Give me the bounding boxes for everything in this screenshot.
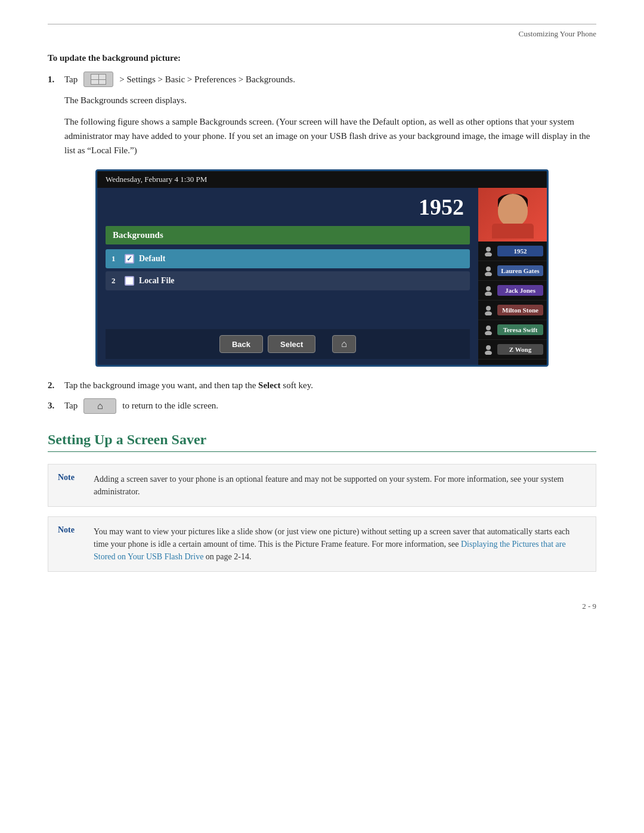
step1-number: 1. [48, 75, 58, 85]
step1-path: > Settings > Basic > Preferences > Backg… [119, 73, 295, 86]
sidebar-contact-wong[interactable]: Z Wong [478, 340, 547, 360]
avatar [492, 191, 534, 239]
note2-after: on page 2-14. [203, 552, 251, 561]
step1-description: The following figure shows a sample Back… [64, 114, 596, 157]
sidebar-contact-1952[interactable]: 1952 [478, 241, 547, 261]
contact-name-milton[interactable]: Milton Stone [497, 305, 543, 315]
phone-mockup: Wednesday, February 4 1:30 PM 1952 Backg… [95, 169, 549, 367]
backgrounds-bar: Backgrounds [106, 226, 470, 244]
menu-icon [91, 74, 106, 85]
svg-point-10 [486, 345, 491, 350]
step1-container: 1. Tap > Settings > Basic > Preferences … [48, 72, 596, 157]
contact-icon-4 [482, 304, 495, 317]
step3-number: 3. [48, 401, 58, 411]
svg-point-5 [485, 292, 492, 296]
sidebar-contact-milton[interactable]: Milton Stone [478, 301, 547, 320]
statusbar-date: Wednesday, February 4 1:30 PM [106, 175, 207, 184]
svg-point-0 [486, 247, 491, 252]
note1-label: Note [58, 473, 82, 498]
step3-tap: Tap [64, 399, 78, 413]
person-silhouette-icon-5 [483, 324, 494, 335]
svg-point-2 [486, 267, 491, 271]
contact-icon-5 [482, 323, 495, 336]
svg-point-7 [485, 311, 492, 315]
section-header: Customizing Your Phone [48, 29, 596, 39]
person-silhouette-icon-4 [483, 305, 494, 315]
contact-name-teresa[interactable]: Teresa Swift [497, 324, 543, 335]
person-silhouette-icon-6 [483, 344, 494, 355]
sidebar-contact-teresa[interactable]: Teresa Swift [478, 320, 547, 340]
phone-statusbar: Wednesday, February 4 1:30 PM [97, 171, 547, 188]
steps-below: 2. Tap the background image you want, an… [48, 379, 596, 414]
option-label-1: Default [139, 254, 165, 264]
contact-name-jack[interactable]: Jack Jones [497, 285, 543, 296]
note2-label: Note [58, 525, 82, 563]
phone-content: 1952 Backgrounds 1 Default 2 Local File [97, 188, 478, 365]
sidebar-contact-lauren[interactable]: Lauren Gates [478, 261, 547, 281]
step2-number: 2. [48, 380, 58, 391]
person-silhouette-icon-3 [483, 285, 494, 296]
contact-name-1952[interactable]: 1952 [497, 246, 543, 256]
contact-icon-3 [482, 284, 495, 297]
select-softkey[interactable]: Select [268, 335, 315, 353]
svg-point-1 [485, 252, 492, 256]
note1-text: Adding a screen saver to your phone is a… [94, 473, 586, 498]
phone-number-display: 1952 [106, 194, 470, 220]
svg-point-11 [485, 351, 492, 355]
screen-saver-title: Setting Up a Screen Saver [48, 432, 596, 452]
menu-button[interactable] [83, 72, 113, 87]
contact-icon-6 [482, 343, 495, 356]
update-background-heading: To update the background picture: [48, 53, 596, 63]
step2-line: 2. Tap the background image you want, an… [48, 379, 596, 392]
step1-tap-label: Tap [64, 73, 78, 86]
svg-point-6 [486, 306, 491, 311]
option-num-1: 1 [112, 254, 120, 264]
page-container: Customizing Your Phone To update the bac… [0, 0, 644, 833]
option-label-2: Local File [139, 276, 175, 286]
contact-name-lauren[interactable]: Lauren Gates [497, 265, 543, 276]
back-softkey[interactable]: Back [219, 335, 263, 353]
phone-body: 1952 Backgrounds 1 Default 2 Local File [97, 188, 547, 365]
contact-icon-1 [482, 244, 495, 258]
step1-line: 1. Tap > Settings > Basic > Preferences … [48, 72, 596, 87]
svg-point-8 [486, 326, 491, 330]
step2-text: Tap the background image you want, and t… [64, 379, 313, 392]
svg-point-4 [486, 286, 491, 291]
note1-block: Note Adding a screen saver to your phone… [48, 464, 596, 507]
person-silhouette-icon [483, 246, 494, 256]
sidebar-photo [478, 188, 547, 241]
option-num-2: 2 [112, 276, 120, 286]
option-row-localfile[interactable]: 2 Local File [106, 271, 470, 290]
step3-line: 3. Tap ⌂ to return to the idle screen. [48, 398, 596, 414]
phone-sidebar: 1952 Lauren Gates [478, 188, 547, 365]
svg-point-3 [485, 272, 492, 276]
note2-block: Note You may want to view your pictures … [48, 516, 596, 572]
top-rule [48, 24, 596, 24]
sidebar-contact-jack[interactable]: Jack Jones [478, 281, 547, 301]
contact-name-wong[interactable]: Z Wong [497, 344, 543, 355]
page-footer: 2 - 9 [48, 596, 596, 611]
svg-point-9 [485, 331, 492, 335]
option-checkbox-2 [125, 276, 134, 286]
home-button[interactable]: ⌂ [83, 398, 116, 414]
person-silhouette-icon-2 [483, 265, 494, 276]
option-checkbox-1 [125, 254, 134, 264]
option-row-default[interactable]: 1 Default [106, 249, 470, 268]
step3-suffix: to return to the idle screen. [122, 399, 218, 413]
note2-text: You may want to view your pictures like … [94, 525, 586, 563]
phone-softkeys: Back Select ⌂ [106, 329, 470, 359]
home-softkey[interactable]: ⌂ [332, 335, 356, 353]
contact-icon-2 [482, 264, 495, 277]
step1-note: The Backgrounds screen displays. [64, 93, 596, 107]
